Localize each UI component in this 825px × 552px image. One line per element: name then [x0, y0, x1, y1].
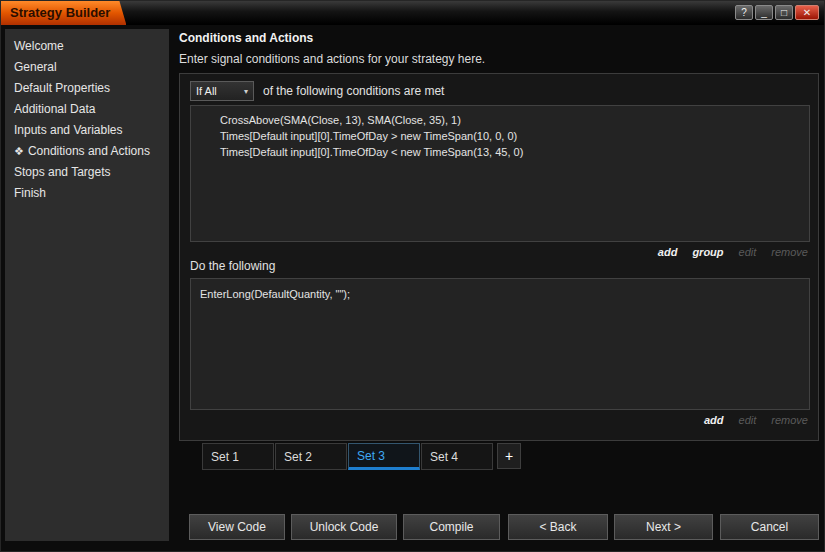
conditions-links: add group edit remove	[658, 246, 808, 258]
actions-list[interactable]: EnterLong(DefaultQuantity, "");	[190, 278, 810, 410]
title-bar[interactable]: Strategy Builder ? _ □ ✕	[1, 1, 824, 25]
cancel-button[interactable]: Cancel	[720, 514, 819, 540]
sidebar-item-stops-and-targets[interactable]: Stops and Targets	[5, 162, 169, 183]
conditions-add-link[interactable]: add	[658, 246, 678, 258]
add-set-button[interactable]: +	[497, 443, 521, 469]
condition-mode-row: If All ▾ of the following conditions are…	[190, 81, 444, 101]
sidebar-item-conditions-and-actions[interactable]: ❖Conditions and Actions	[5, 141, 169, 162]
condition-mode-value: If All	[196, 85, 217, 97]
close-icon[interactable]: ✕	[795, 5, 819, 20]
actions-remove-link: remove	[771, 414, 808, 426]
actions-links: add edit remove	[704, 414, 808, 426]
page-subtitle: Enter signal conditions and actions for …	[179, 52, 485, 66]
condition-mode-dropdown[interactable]: If All ▾	[190, 81, 254, 101]
sidebar-item-default-properties[interactable]: Default Properties	[5, 78, 169, 99]
actions-label: Do the following	[190, 259, 275, 273]
conditions-remove-link: remove	[771, 246, 808, 258]
next-button[interactable]: Next >	[614, 514, 713, 540]
compile-button[interactable]: Compile	[403, 514, 500, 540]
conditions-actions-panel: If All ▾ of the following conditions are…	[179, 73, 819, 441]
sidebar-item-additional-data[interactable]: Additional Data	[5, 99, 169, 120]
tab-set-2[interactable]: Set 2	[275, 443, 347, 470]
actions-add-link[interactable]: add	[704, 414, 724, 426]
view-code-button[interactable]: View Code	[189, 514, 285, 540]
help-icon[interactable]: ?	[735, 5, 753, 20]
window-title: Strategy Builder	[1, 1, 126, 25]
sidebar-item-general[interactable]: General	[5, 57, 169, 78]
strategy-builder-window: Strategy Builder ? _ □ ✕ Welcome General…	[0, 0, 825, 552]
set-tabs: Set 1 Set 2 Set 3 Set 4 +	[202, 443, 521, 470]
sidebar-item-inputs-and-variables[interactable]: Inputs and Variables	[5, 120, 169, 141]
actions-edit-link: edit	[739, 414, 757, 426]
window-controls: ? _ □ ✕	[735, 5, 819, 20]
tab-set-4[interactable]: Set 4	[421, 443, 493, 470]
page-title: Conditions and Actions	[179, 31, 313, 45]
condition-mode-suffix: of the following conditions are met	[263, 84, 444, 98]
condition-item[interactable]: Times[Default input][0].TimeOfDay < new …	[220, 144, 805, 160]
sidebar-item-finish[interactable]: Finish	[5, 183, 169, 204]
sidebar-item-welcome[interactable]: Welcome	[5, 36, 169, 57]
tab-set-3[interactable]: Set 3	[348, 443, 420, 470]
chevron-down-icon: ▾	[244, 87, 248, 96]
conditions-edit-link: edit	[739, 246, 757, 258]
tab-set-1[interactable]: Set 1	[202, 443, 274, 470]
condition-item[interactable]: Times[Default input][0].TimeOfDay > new …	[220, 128, 805, 144]
unlock-code-button[interactable]: Unlock Code	[291, 514, 397, 540]
conditions-group-link[interactable]: group	[692, 246, 723, 258]
selected-marker-icon: ❖	[14, 145, 24, 157]
conditions-list[interactable]: CrossAbove(SMA(Close, 13), SMA(Close, 35…	[190, 105, 810, 242]
back-button[interactable]: < Back	[508, 514, 608, 540]
sidebar-nav: Welcome General Default Properties Addit…	[5, 29, 169, 541]
maximize-icon[interactable]: □	[775, 5, 793, 20]
action-item[interactable]: EnterLong(DefaultQuantity, "");	[200, 286, 805, 302]
condition-item[interactable]: CrossAbove(SMA(Close, 13), SMA(Close, 35…	[220, 112, 805, 128]
minimize-icon[interactable]: _	[755, 5, 773, 20]
